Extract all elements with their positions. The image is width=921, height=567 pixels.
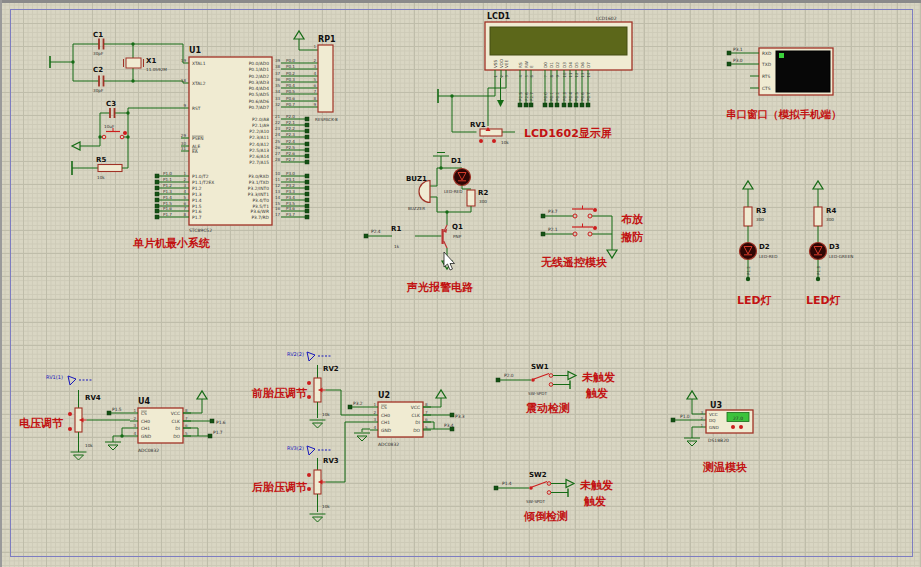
net-terminal[interactable] (155, 204, 159, 208)
led-resistor[interactable] (814, 207, 822, 226)
ground-icon (74, 455, 84, 460)
net-terminal[interactable] (816, 277, 820, 281)
net-terminal[interactable] (107, 411, 111, 415)
part-ref: R2 (478, 189, 488, 197)
section-caption: 倾倒检测 (523, 510, 568, 523)
net-terminal[interactable] (549, 103, 553, 107)
net-terminal[interactable] (305, 160, 309, 164)
rv1-pot[interactable] (480, 129, 502, 136)
net-terminal[interactable] (671, 418, 675, 422)
schematic-svg: P1.0P1.1P1.2P1.3P1.4P1.5P1.6P1.7XTAL119X… (0, 0, 921, 567)
net-terminal[interactable] (580, 103, 584, 107)
net-terminal[interactable] (155, 192, 159, 196)
net-terminal[interactable] (305, 148, 309, 152)
tire-probe[interactable] (307, 352, 315, 361)
part-value: ADC0832 (138, 448, 159, 453)
red-dot (479, 139, 483, 143)
q1-transistor[interactable] (442, 229, 444, 244)
part-ref: D1 (451, 157, 462, 165)
part-value: 30pF (93, 51, 104, 56)
remote-button[interactable] (588, 214, 592, 218)
net-terminal[interactable] (450, 413, 454, 417)
d1-led[interactable] (454, 169, 471, 186)
net-terminal[interactable] (155, 180, 159, 184)
net-terminal[interactable] (305, 209, 309, 213)
lcd-pin-name: D1 (549, 62, 554, 68)
part-ref: D3 (829, 243, 840, 251)
net-terminal[interactable] (305, 135, 309, 139)
buzzer[interactable] (419, 181, 430, 203)
net-terminal[interactable] (555, 103, 559, 107)
r5-resistor[interactable] (98, 165, 122, 172)
net-terminal[interactable] (574, 103, 578, 107)
net-terminal[interactable] (155, 174, 159, 178)
net-terminal[interactable] (568, 103, 572, 107)
net-terminal[interactable] (305, 180, 309, 184)
u1-pin-name: P0.5/AD5 (249, 92, 269, 97)
net-terminal[interactable] (746, 277, 750, 281)
ground-icon (313, 517, 323, 522)
net-terminal[interactable] (496, 378, 500, 382)
net-terminal[interactable] (305, 215, 309, 219)
net-terminal[interactable] (305, 204, 309, 208)
net-terminal[interactable] (305, 192, 309, 196)
net-terminal[interactable] (541, 232, 545, 236)
spdt-lever[interactable] (532, 482, 547, 488)
net-terminal[interactable] (727, 51, 731, 55)
spdt-lever[interactable] (534, 374, 549, 380)
net-terminal[interactable] (305, 129, 309, 133)
reset-button[interactable] (120, 135, 124, 139)
net-terminal[interactable] (155, 198, 159, 202)
x1-crystal[interactable] (126, 58, 141, 68)
q1-transistor (444, 241, 447, 248)
spdt-throw[interactable] (549, 383, 553, 387)
net-terminal[interactable] (524, 103, 528, 107)
terminal-screen[interactable] (776, 51, 830, 92)
voltage-probe[interactable] (68, 376, 76, 385)
net-terminal[interactable] (364, 234, 368, 238)
net-terminal[interactable] (305, 154, 309, 158)
serial-pin-name: TXD (761, 62, 772, 67)
net-terminal[interactable] (305, 123, 309, 127)
led-lamp[interactable] (810, 243, 827, 260)
led-resistor[interactable] (744, 207, 752, 226)
remote-button[interactable] (588, 232, 592, 236)
net-terminal[interactable] (562, 103, 566, 107)
reset-button[interactable] (102, 135, 106, 139)
net-terminal[interactable] (541, 214, 545, 218)
spdt-throw[interactable] (547, 491, 551, 495)
r2-resistor[interactable] (467, 190, 475, 206)
net-terminal[interactable] (518, 103, 522, 107)
net-label: P3.6 (286, 206, 295, 211)
tire-probe[interactable] (307, 446, 315, 455)
adc-pin-name: DI (415, 420, 420, 425)
spdt-throw[interactable] (549, 374, 553, 378)
net-terminal[interactable] (305, 142, 309, 146)
lcd-screen[interactable] (490, 27, 627, 55)
net-terminal[interactable] (208, 434, 212, 438)
net-terminal[interactable] (210, 419, 214, 423)
net-terminal[interactable] (155, 186, 159, 190)
net-terminal[interactable] (305, 198, 309, 202)
net-terminal[interactable] (305, 186, 309, 190)
led-lamp[interactable] (740, 243, 757, 260)
net-label: P1.6 (216, 420, 226, 425)
net-terminal[interactable] (494, 486, 498, 490)
spdt-throw[interactable] (547, 482, 551, 486)
adc-pin-name: DO (413, 428, 420, 433)
net-terminal[interactable] (305, 174, 309, 178)
net-terminal[interactable] (155, 209, 159, 213)
net-label: P0.7 (586, 92, 591, 101)
net-terminal[interactable] (529, 103, 533, 107)
net-terminal[interactable] (305, 117, 309, 121)
net-terminal[interactable] (543, 103, 547, 107)
remote-button[interactable] (573, 232, 577, 236)
net-terminal[interactable] (727, 62, 731, 66)
net-terminal[interactable] (586, 103, 590, 107)
rp1-respack[interactable] (318, 45, 333, 112)
net-label: P1.0 (680, 414, 690, 419)
net-terminal[interactable] (348, 405, 352, 409)
net-label: P3.4 (286, 195, 295, 200)
remote-button[interactable] (573, 214, 577, 218)
net-terminal[interactable] (155, 215, 159, 219)
